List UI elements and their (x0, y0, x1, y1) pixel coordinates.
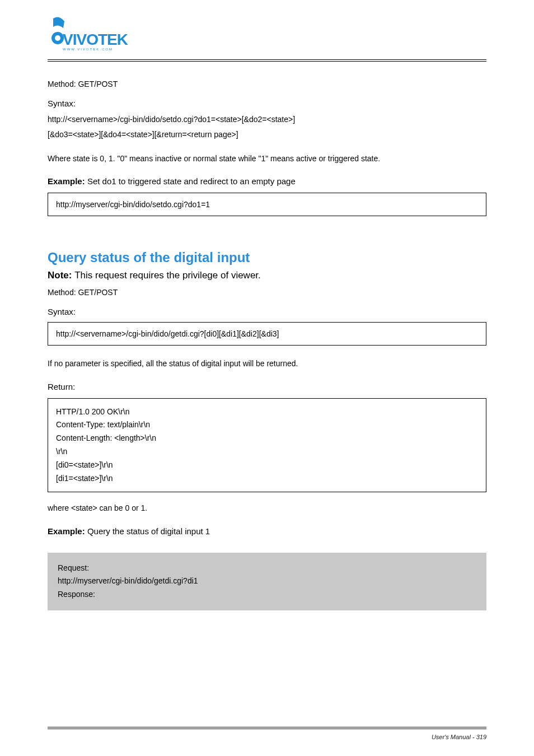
example-code-box-1: http://myserver/cgi-bin/dido/setdo.cgi?d… (48, 193, 486, 216)
section-heading: Query status of the digital input (48, 250, 486, 265)
example-word-1: Example: (48, 176, 85, 186)
page-footer: User's Manual - 319 (48, 727, 486, 740)
gray-line-0: Request: (58, 562, 476, 575)
footer-rule (48, 727, 486, 729)
return-line-5: [di1=<state>]\r\n (56, 472, 478, 486)
return-line-3: \r\n (56, 445, 478, 459)
method-text-2: Method: GET/POST (48, 288, 486, 297)
example-desc-2: Query the status of digital input 1 (87, 526, 210, 536)
syntax-label-2: Syntax: (48, 307, 486, 316)
return-box: HTTP/1.0 200 OK\r\n Content-Type: text/p… (48, 398, 486, 493)
return-line-2: Content-Length: <length>\r\n (56, 432, 478, 445)
syntax-label-1: Syntax: (48, 99, 486, 108)
footer-right: User's Manual - 319 (432, 734, 486, 740)
example-code-1: http://myserver/cgi-bin/dido/setdo.cgi?d… (56, 200, 210, 209)
return-line-4: [di0=<state>]\r\n (56, 459, 478, 472)
syntax-box-2: http://<servername>/cgi-bin/dido/getdi.c… (48, 322, 486, 346)
note-body: This request requires the privilege of v… (74, 270, 261, 281)
request-response-box: Request: http://myserver/cgi-bin/dido/ge… (48, 553, 486, 610)
syntax-line-1a: http://<servername>/cgi-bin/dido/setdo.c… (48, 114, 486, 125)
header-rule (48, 59, 486, 62)
note-label: Note: (48, 270, 72, 281)
method-text-1: Method: GET/POST (48, 80, 486, 88)
return-line-1: Content-Type: text/plain\r\n (56, 418, 478, 432)
svg-text:VIVOTEK: VIVOTEK (63, 31, 128, 48)
syntax-line-1b: [&do3=<state>][&do4=<state>][&return=<re… (48, 129, 486, 141)
svg-point-1 (55, 35, 60, 41)
example-label-1: Example: Set do1 to triggered state and … (48, 176, 486, 186)
param-text-2: If no parameter is specified, all the st… (48, 358, 486, 369)
logo-container: VIVOTEK WWW.VIVOTEK.COM (48, 16, 486, 55)
return-line-0: HTTP/1.0 200 OK\r\n (56, 405, 478, 419)
gray-line-1: http://myserver/cgi-bin/dido/getdi.cgi?d… (58, 575, 476, 588)
example-label-2: Example: Query the status of digital inp… (48, 526, 486, 536)
example-desc-1: Set do1 to triggered state and redirect … (87, 176, 296, 186)
gray-line-3: Response: (58, 588, 476, 601)
example-word-2: Example: (48, 526, 85, 536)
param-text-3: where <state> can be 0 or 1. (48, 502, 486, 514)
vivotek-logo: VIVOTEK WWW.VIVOTEK.COM (48, 16, 132, 55)
svg-text:WWW.VIVOTEK.COM: WWW.VIVOTEK.COM (63, 48, 113, 51)
param-text-1: Where state is 0, 1. "0" means inactive … (48, 153, 486, 164)
return-label: Return: (48, 382, 486, 391)
note-heading: Note: This request requires the privileg… (48, 270, 486, 281)
syntax-line-2: http://<servername>/cgi-bin/dido/getdi.c… (56, 329, 279, 338)
